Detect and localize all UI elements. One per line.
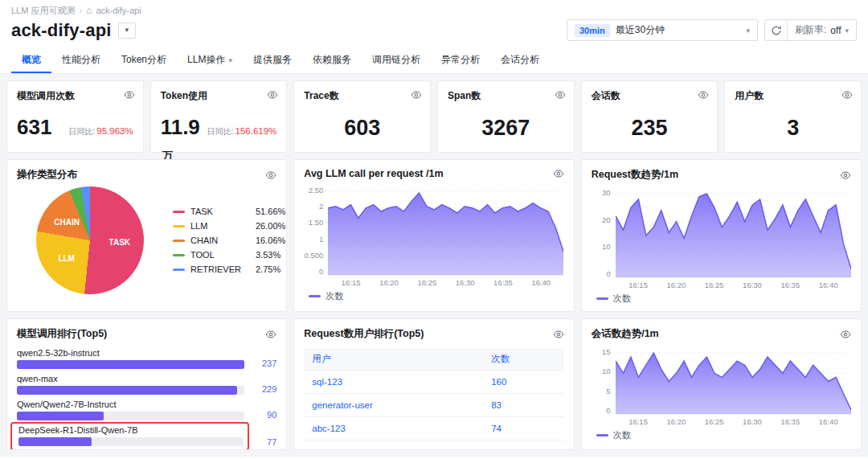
axis-tick-label: 1.50 [309, 218, 324, 227]
axis-tick-label: 16:30 [456, 278, 475, 287]
eye-icon[interactable] [267, 89, 278, 100]
table-row: generator-user83 [304, 394, 563, 417]
ranking-bar-track [18, 437, 243, 446]
tab-trace-analysis[interactable]: 调用链分析 [362, 47, 431, 73]
eye-icon[interactable] [555, 89, 566, 100]
axis-tick-label: 1 [319, 235, 323, 244]
refresh-rate-select[interactable]: 刷新率: off ▾ [788, 20, 856, 40]
pie-legend-item[interactable]: TASK51.66% [173, 204, 285, 219]
x-axis-labels: 16:1516:2016:2516:3016:3516:40 [328, 276, 563, 288]
panel-avg-llm-call: Avg LLM call per request /1m 2.5021.5010… [293, 159, 574, 312]
refresh-rate-label: 刷新率: [795, 23, 826, 37]
axis-tick-label: 16:35 [780, 281, 800, 289]
panel-operation-distribution: 操作类型分布 TASKLLMCHAIN TASK51.66%LLM26.00%C… [6, 159, 287, 312]
y-axis-labels: 3020100 [592, 188, 616, 278]
tab-exception-analysis[interactable]: 异常分析 [431, 47, 490, 73]
stat-card-trace-count: Trace数 603 [293, 80, 431, 153]
legend-name: LLM [190, 221, 250, 231]
eye-icon[interactable] [698, 89, 709, 100]
user-link[interactable]: abc-123 [304, 417, 483, 441]
pie-slice-label: TASK [109, 237, 130, 246]
legend-name: CHAIN [190, 236, 250, 245]
table-header[interactable]: 次数 [483, 348, 563, 371]
stat-card-session-count: 会话数 235 [581, 80, 719, 153]
tab-token-analysis[interactable]: Token分析 [111, 47, 177, 73]
chevron-down-icon: ▾ [746, 27, 750, 35]
stat-value: 3 [735, 116, 851, 141]
ranking-label: DeepSeek-R1-Distill-Qwen-7B [18, 425, 243, 435]
count-value: 74 [483, 417, 563, 441]
legend-label: 次数 [613, 293, 631, 305]
eye-icon[interactable] [124, 89, 135, 100]
legend-name: RETRIEVER [190, 264, 250, 274]
breadcrumb-root[interactable]: LLM 应用可观测 [11, 5, 75, 17]
panel-request-trend: Request数趋势/1m 3020100 16:1516:2016:2516:… [581, 159, 862, 312]
stat-title: 模型调用次数 [17, 89, 133, 103]
x-axis-labels: 16:1516:2016:2516:3016:3516:40 [616, 278, 851, 290]
axis-tick-label: 15 [602, 347, 611, 356]
legend-label: 次数 [613, 429, 631, 441]
eye-icon[interactable] [553, 329, 564, 340]
stat-value: 3267 [448, 116, 564, 141]
area-chart-avg-llm-call [328, 186, 563, 276]
legend-marker [309, 295, 321, 297]
tab-llm-operations[interactable]: LLM操作▾ [177, 47, 243, 73]
eye-icon[interactable] [411, 89, 422, 100]
tab-bar: 概览 性能分析 Token分析 LLM操作▾ 提供服务 依赖服务 调用链分析 异… [0, 47, 868, 74]
model-ranking-list: qwen2.5-32b-instruct237qwen-max229Qwen/Q… [17, 348, 276, 448]
axis-tick-label: 10 [602, 242, 611, 251]
ranking-bar [17, 360, 244, 369]
dashboard-content: 模型调用次数 631 日同比:95.963% Token使用 11.9万 日同比… [0, 74, 868, 457]
ranking-value: 229 [251, 384, 276, 395]
legend-marker [173, 211, 185, 213]
table-header[interactable]: 用户 [304, 348, 483, 371]
tab-performance-analysis[interactable]: 性能分析 [51, 47, 111, 73]
pie-legend-item[interactable]: TOOL3.53% [173, 248, 285, 262]
panel-row-bottom: 模型调用排行(Top5) qwen2.5-32b-instruct237qwen… [6, 318, 862, 450]
count-value: 83 [483, 394, 563, 417]
eye-icon[interactable] [265, 329, 276, 340]
chevron-down-icon: ▾ [845, 27, 849, 35]
stat-value: 631 [17, 115, 51, 140]
legend-name: TASK [190, 207, 250, 216]
axis-tick-label: 30 [602, 188, 611, 197]
pie-legend-item[interactable]: RETRIEVER2.75% [173, 262, 285, 277]
ranking-row: DeepSeek-R1-Distill-Qwen-7B77 [17, 425, 276, 448]
tab-overview[interactable]: 概览 [11, 47, 51, 73]
ranking-bar-track [17, 412, 244, 420]
user-link[interactable]: sql-123 [304, 371, 483, 394]
stat-title: Trace数 [304, 89, 420, 103]
tab-session-analysis[interactable]: 会话分析 [490, 47, 550, 73]
legend-marker [173, 254, 185, 256]
table-header-row: 用户次数 [304, 348, 563, 371]
ranking-row: Qwen/Qwen2-7B-Instruct90 [17, 400, 276, 420]
toolbar: 30min 最近30分钟 ▾ 刷新率: off ▾ [567, 19, 857, 41]
eye-icon[interactable] [840, 329, 851, 340]
title-dropdown-button[interactable]: ▾ [118, 23, 136, 39]
tab-dependent-services[interactable]: 依赖服务 [302, 47, 362, 73]
time-range-select[interactable]: 30min 最近30分钟 ▾ [567, 19, 758, 41]
tab-provided-services[interactable]: 提供服务 [243, 47, 302, 73]
user-link[interactable]: generator-user [304, 394, 483, 417]
panel-row-middle: 操作类型分布 TASKLLMCHAIN TASK51.66%LLM26.00%C… [6, 159, 862, 312]
stat-card-user-count: 用户数 3 [724, 80, 862, 153]
eye-icon[interactable] [841, 89, 853, 100]
pie-legend-item[interactable]: LLM26.00% [173, 219, 285, 233]
legend-percent: 26.00% [256, 221, 285, 231]
axis-tick-label: 16:15 [628, 281, 648, 289]
ranking-entry: qwen-max [17, 374, 244, 395]
refresh-button[interactable] [765, 20, 788, 40]
operation-pie-chart: TASKLLMCHAIN [36, 186, 144, 294]
ranking-value: 237 [251, 359, 276, 369]
legend-percent: 3.53% [256, 250, 280, 260]
axis-tick-label: 16:25 [705, 281, 724, 289]
eye-icon[interactable] [840, 170, 851, 181]
time-range-label: 最近30分钟 [616, 23, 665, 37]
time-range-badge: 30min [575, 24, 610, 37]
axis-tick-label: 2 [319, 202, 323, 211]
pie-legend-item[interactable]: CHAIN16.06% [173, 233, 285, 248]
eye-icon[interactable] [265, 170, 276, 181]
eye-icon[interactable] [553, 168, 564, 179]
stat-title: Span数 [448, 89, 564, 103]
axis-tick-label: 0 [606, 406, 610, 415]
